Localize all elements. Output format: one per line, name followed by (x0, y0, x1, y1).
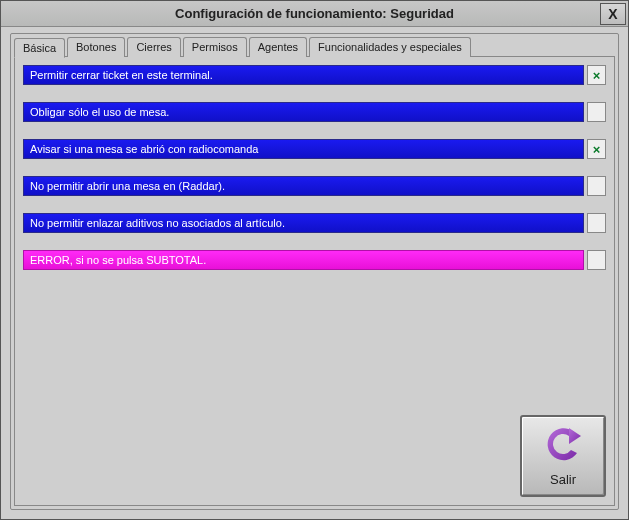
option-checkbox[interactable] (587, 213, 606, 233)
content-frame: Básica Botones Cierres Permisos Agentes … (10, 33, 619, 510)
tab-cierres[interactable]: Cierres (127, 37, 180, 57)
tab-botones[interactable]: Botones (67, 37, 125, 57)
tab-permisos[interactable]: Permisos (183, 37, 247, 57)
tab-funcionalidades[interactable]: Funcionalidades y especiales (309, 37, 471, 57)
option-row: ERROR, si no se pulsa SUBTOTAL. (23, 250, 606, 270)
exit-button[interactable]: Salir (520, 415, 606, 497)
option-checkbox[interactable] (587, 176, 606, 196)
option-label: No permitir enlazar aditivos no asociado… (23, 213, 584, 233)
option-row: Permitir cerrar ticket en este terminal.… (23, 65, 606, 85)
tab-basica[interactable]: Básica (14, 38, 65, 58)
close-button[interactable]: X (600, 3, 626, 25)
tab-bar: Básica Botones Cierres Permisos Agentes … (11, 34, 618, 57)
tab-agentes[interactable]: Agentes (249, 37, 307, 57)
titlebar: Configuración de funcionamiento: Segurid… (1, 1, 628, 27)
option-checkbox[interactable]: × (587, 65, 606, 85)
option-label: Avisar si una mesa se abrió con radiocom… (23, 139, 584, 159)
option-row: No permitir enlazar aditivos no asociado… (23, 213, 606, 233)
window: Configuración de funcionamiento: Segurid… (0, 0, 629, 520)
window-title: Configuración de funcionamiento: Segurid… (175, 6, 454, 21)
check-icon: × (593, 68, 601, 83)
option-row: Avisar si una mesa se abrió con radiocom… (23, 139, 606, 159)
option-checkbox[interactable] (587, 102, 606, 122)
option-label-error: ERROR, si no se pulsa SUBTOTAL. (23, 250, 584, 270)
check-icon: × (593, 142, 601, 157)
option-label: Obligar sólo el uso de mesa. (23, 102, 584, 122)
tab-panel-basica: Permitir cerrar ticket en este terminal.… (14, 56, 615, 506)
option-label: Permitir cerrar ticket en este terminal. (23, 65, 584, 85)
exit-label: Salir (550, 472, 576, 487)
option-checkbox[interactable] (587, 250, 606, 270)
option-checkbox[interactable]: × (587, 139, 606, 159)
option-row: Obligar sólo el uso de mesa. (23, 102, 606, 122)
option-label: No permitir abrir una mesa en (Raddar). (23, 176, 584, 196)
option-row: No permitir abrir una mesa en (Raddar). (23, 176, 606, 196)
close-icon: X (608, 6, 617, 22)
exit-arrow-icon (541, 425, 585, 469)
